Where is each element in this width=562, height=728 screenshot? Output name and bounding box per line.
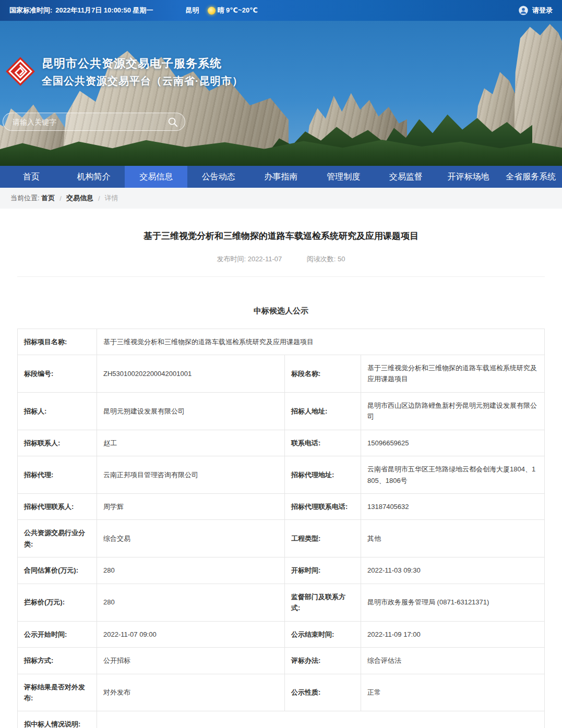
nav-item-org-intro[interactable]: 机构简介 (63, 166, 125, 188)
topbar: 国家标准时间: 2022年11月7日 10:00:50 星期一 昆明 晴 9℃~… (0, 0, 562, 21)
table-value-cell: 其他 (361, 520, 545, 557)
table-value-cell: ZH530100202200042001001 (97, 355, 285, 392)
table-row: 拟中标人情况说明: (18, 711, 545, 728)
view-count: 阅读次数: 50 (307, 255, 345, 263)
nav-item-announcements[interactable]: 公告动态 (187, 166, 250, 188)
breadcrumb-trade-info[interactable]: 交易信息 (66, 193, 93, 203)
table-label-cell: 拦标价(万元): (18, 584, 97, 621)
table-label-cell: 招标项目名称: (18, 329, 97, 355)
breadcrumb-home[interactable]: 首页 (41, 193, 55, 203)
table-label-cell: 招标代理联系电话: (285, 494, 361, 520)
table-value-cell: 2022-11-09 17:00 (361, 621, 545, 647)
table-value-cell: 对外发布 (97, 674, 285, 711)
table-label-cell: 联系电话: (285, 430, 361, 456)
nav-item-trade-info[interactable]: 交易信息 (125, 166, 187, 188)
main-nav: 首页 机构简介 交易信息 公告动态 办事指南 管理制度 交易监督 开评标场地 全… (0, 166, 562, 188)
nav-item-service-guide[interactable]: 办事指南 (250, 166, 313, 188)
table-value-cell: 综合交易 (97, 520, 285, 557)
site-subtitle: 全国公共资源交易平台（云南省·昆明市） (42, 74, 243, 88)
table-row: 招标项目名称:基于三维视觉分析和三维物探的道路车载巡检系统研究及应用课题项目 (18, 329, 545, 355)
table-value-cell: 云南正邦项目管理咨询有限公司 (97, 456, 285, 494)
table-row: 标段编号:ZH530100202200042001001标段名称:基于三维视觉分… (18, 355, 545, 392)
nav-item-trade-supervision[interactable]: 交易监督 (375, 166, 437, 188)
search-box (3, 113, 185, 131)
nav-item-bid-venue[interactable]: 开评标场地 (437, 166, 500, 188)
table-value-cell: 赵工 (97, 430, 285, 456)
sun-weather-icon (208, 7, 216, 15)
table-label-cell: 招标代理地址: (285, 456, 361, 494)
table-label-cell: 评标办法: (285, 648, 361, 674)
table-value-cell: 基于三维视觉分析和三维物探的道路车载巡检系统研究及应用课题项目 (361, 355, 545, 392)
table-label-cell: 标段名称: (285, 355, 361, 392)
table-row: 评标结果是否对外发布:对外发布公示性质:正常 (18, 674, 545, 711)
table-value-cell: 正常 (361, 674, 545, 711)
table-label-cell: 拟中标人情况说明: (18, 711, 97, 728)
article-content: 基于三维视觉分析和三维物探的道路车载巡检系统研究及应用课题项目 发布时间: 20… (0, 209, 562, 728)
table-value-cell: 15096659625 (361, 430, 545, 456)
table-value-cell: 昆明市西山区边防路鲤鱼新村旁昆明元朔建设发展有限公司 (361, 392, 545, 430)
banner: 昆明市公共资源交易电子服务系统 全国公共资源交易平台（云南省·昆明市） (0, 21, 562, 166)
detail-table-body: 招标项目名称:基于三维视觉分析和三维物探的道路车载巡检系统研究及应用课题项目标段… (18, 329, 545, 728)
breadcrumb-prefix: 当前位置: (10, 193, 40, 203)
table-row: 招标方式:公开招标评标办法:综合评估法 (18, 648, 545, 674)
table-value-cell: 云南省昆明市五华区王筇路绿地云都会创海大厦1804、1805、1806号 (361, 456, 545, 494)
table-value-cell: 280 (97, 557, 285, 584)
table-label-cell: 工程类型: (285, 520, 361, 557)
standard-time: 国家标准时间: 2022年11月7日 10:00:50 星期一 (9, 6, 153, 15)
table-label-cell: 公示开始时间: (18, 621, 97, 647)
table-value-cell (97, 711, 545, 728)
user-icon (518, 5, 529, 16)
table-row: 公共资源交易行业分类:综合交易工程类型:其他 (18, 520, 545, 557)
table-label-cell: 监督部门及联系方式: (285, 584, 361, 621)
nav-item-provincial-system[interactable]: 全省服务系统 (499, 166, 562, 188)
table-label-cell: 公示结束时间: (285, 621, 361, 647)
table-row: 合同估算价(万元):280开标时间:2022-11-03 09:30 (18, 557, 545, 584)
weather-text: 晴 9℃~20℃ (218, 6, 258, 15)
publish-time: 发布时间: 2022-11-07 (217, 255, 283, 263)
search-input[interactable] (11, 117, 167, 127)
table-label-cell: 开标时间: (285, 557, 361, 584)
table-label-cell: 招标方式: (18, 648, 97, 674)
nav-item-management-rules[interactable]: 管理制度 (312, 166, 375, 188)
table-value-cell: 2022-11-07 09:00 (97, 621, 285, 647)
table-value-cell: 昆明元朔建设发展有限公司 (97, 392, 285, 430)
table-label-cell: 评标结果是否对外发布: (18, 674, 97, 711)
notice-section-title: 中标候选人公示 (17, 306, 545, 316)
table-label-cell: 招标联系人: (18, 430, 97, 456)
view-count-value: 50 (338, 255, 345, 263)
table-value-cell: 昆明市政务服务管理局 (0871-63121371) (361, 584, 545, 621)
article-title: 基于三维视觉分析和三维物探的道路车载巡检系统研究及应用课题项目 (17, 229, 545, 243)
table-label-cell: 招标代理联系人: (18, 494, 97, 520)
breadcrumb-separator: / (59, 195, 62, 202)
publish-time-value: 2022-11-07 (248, 255, 282, 263)
site-brand: 昆明市公共资源交易电子服务系统 全国公共资源交易平台（云南省·昆明市） (5, 56, 243, 88)
table-label-cell: 招标人: (18, 392, 97, 430)
table-label-cell: 合同估算价(万元): (18, 557, 97, 584)
nav-item-home[interactable]: 首页 (0, 166, 63, 188)
table-label-cell: 招标代理: (18, 456, 97, 494)
article-meta: 发布时间: 2022-11-07 阅读次数: 50 (17, 254, 545, 264)
site-title: 昆明市公共资源交易电子服务系统 (42, 56, 243, 71)
table-value-cell: 周学辉 (97, 494, 285, 520)
time-label: 国家标准时间: (9, 6, 52, 15)
search-icon[interactable] (167, 116, 178, 128)
table-value-cell: 基于三维视觉分析和三维物探的道路车载巡检系统研究及应用课题项目 (97, 329, 545, 355)
city-label: 昆明 (186, 6, 199, 15)
divider (17, 276, 545, 277)
table-label-cell: 公共资源交易行业分类: (18, 520, 97, 557)
table-value-cell: 2022-11-03 09:30 (361, 557, 545, 584)
breadcrumb-current: 详情 (105, 193, 118, 203)
table-label-cell: 招标人地址: (285, 392, 361, 430)
table-value-cell: 280 (97, 584, 285, 621)
table-value-cell: 13187405632 (361, 494, 545, 520)
login-label: 请登录 (532, 6, 553, 15)
publish-time-label: 发布时间: (217, 255, 246, 263)
table-row: 招标代理:云南正邦项目管理咨询有限公司招标代理地址:云南省昆明市五华区王筇路绿地… (18, 456, 545, 494)
table-label-cell: 标段编号: (18, 355, 97, 392)
login-button[interactable]: 请登录 (518, 5, 553, 16)
table-row: 招标人:昆明元朔建设发展有限公司招标人地址:昆明市西山区边防路鲤鱼新村旁昆明元朔… (18, 392, 545, 430)
table-row: 招标联系人:赵工联系电话:15096659625 (18, 430, 545, 456)
breadcrumb: 当前位置: 首页 / 交易信息 / 详情 (0, 188, 562, 209)
breadcrumb-separator: / (98, 195, 100, 202)
table-value-cell: 公开招标 (97, 648, 285, 674)
